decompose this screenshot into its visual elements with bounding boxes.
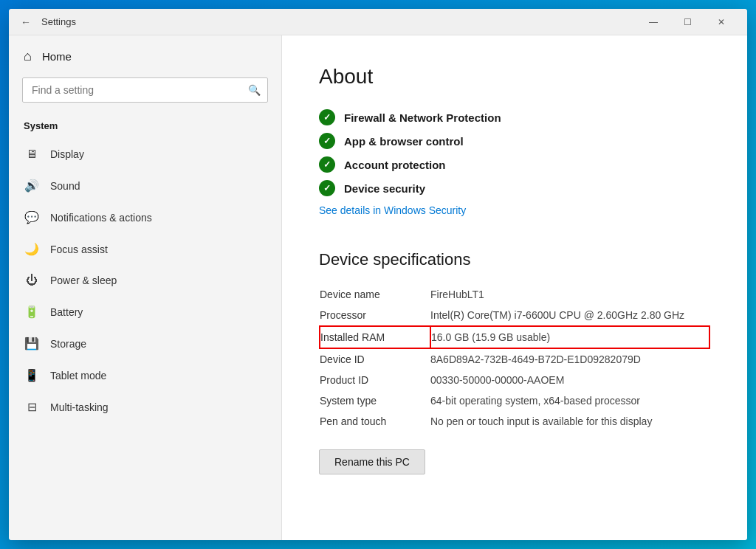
sidebar-item-battery[interactable]: 🔋 Battery	[9, 296, 281, 328]
spec-key: Device name	[320, 284, 430, 305]
storage-icon: 💾	[24, 336, 40, 351]
security-item-label: App & browser control	[344, 135, 464, 148]
notifications-label: Notifications & actions	[50, 212, 152, 224]
focus-icon: 🌙	[24, 242, 40, 256]
spec-key: Processor	[320, 305, 430, 326]
spec-value: 64-bit operating system, x64-based proce…	[430, 390, 709, 411]
multitasking-icon: ⊟	[24, 400, 40, 414]
display-icon: 🖥	[24, 148, 40, 161]
nav-items: 🖥 Display 🔊 Sound 💬 Notifications & acti…	[9, 139, 281, 423]
table-row: Pen and touch No pen or touch input is a…	[320, 411, 709, 432]
spec-key: System type	[320, 390, 430, 411]
sidebar-item-storage[interactable]: 💾 Storage	[9, 328, 281, 359]
display-label: Display	[50, 148, 84, 160]
spec-value: 8A6D89A2-732B-4649-B72D-E1D09282079D	[430, 348, 709, 370]
spec-value: 16.0 GB (15.9 GB usable)	[430, 326, 709, 348]
back-button[interactable]: ←	[18, 13, 34, 31]
spec-key: Installed RAM	[320, 326, 430, 348]
specs-title: Device specifications	[319, 250, 710, 269]
sidebar-item-display[interactable]: 🖥 Display	[9, 139, 281, 170]
security-item: ✓ Device security	[319, 180, 710, 196]
table-row: Installed RAM 16.0 GB (15.9 GB usable)	[320, 326, 709, 348]
specs-table: Device name FireHubLT1 Processor Intel(R…	[319, 284, 710, 432]
close-button[interactable]: ✕	[704, 9, 738, 35]
spec-key: Pen and touch	[320, 411, 430, 432]
security-item: ✓ App & browser control	[319, 133, 710, 149]
battery-icon: 🔋	[24, 305, 40, 319]
table-row: System type 64-bit operating system, x64…	[320, 390, 709, 411]
battery-label: Battery	[50, 306, 83, 318]
maximize-button[interactable]: ☐	[670, 9, 704, 35]
spec-value: No pen or touch input is available for t…	[430, 411, 709, 432]
spec-value: 00330-50000-00000-AAOEM	[430, 370, 709, 390]
sidebar-item-sound[interactable]: 🔊 Sound	[9, 170, 281, 201]
power-label: Power & sleep	[50, 274, 117, 286]
page-title: About	[319, 65, 710, 89]
settings-window: ← Settings — ☐ ✕ ⌂ Home 🔍 System 🖥 Displ…	[9, 9, 747, 540]
table-row: Device ID 8A6D89A2-732B-4649-B72D-E1D092…	[320, 348, 709, 370]
security-item-label: Account protection	[344, 159, 446, 171]
power-icon: ⏻	[24, 274, 40, 287]
home-label: Home	[42, 50, 72, 63]
security-item: ✓ Firewall & Network Protection	[319, 109, 710, 125]
main-content: About ✓ Firewall & Network Protection ✓ …	[282, 35, 747, 540]
rename-pc-button[interactable]: Rename this PC	[319, 449, 425, 474]
sound-label: Sound	[50, 180, 80, 192]
titlebar: ← Settings — ☐ ✕	[9, 9, 747, 35]
check-icon: ✓	[319, 156, 335, 173]
check-icon: ✓	[319, 180, 335, 196]
spec-value: FireHubLT1	[430, 284, 709, 305]
security-item: ✓ Account protection	[319, 156, 710, 173]
spec-key: Device ID	[320, 348, 430, 370]
table-row: Device name FireHubLT1	[320, 284, 709, 305]
minimize-button[interactable]: —	[636, 9, 670, 35]
security-item-label: Device security	[344, 182, 425, 195]
search-input[interactable]	[22, 77, 268, 103]
home-button[interactable]: ⌂ Home	[9, 35, 281, 77]
table-row: Processor Intel(R) Core(TM) i7-6600U CPU…	[320, 305, 709, 326]
section-label: System	[9, 114, 281, 139]
sidebar-item-tablet[interactable]: 📱 Tablet mode	[9, 359, 281, 391]
home-icon: ⌂	[24, 49, 32, 64]
window-title: Settings	[41, 16, 636, 27]
spec-value: Intel(R) Core(TM) i7-6600U CPU @ 2.60GHz…	[430, 305, 709, 326]
check-icon: ✓	[319, 133, 335, 149]
security-list: ✓ Firewall & Network Protection ✓ App & …	[319, 109, 710, 196]
check-icon: ✓	[319, 109, 335, 125]
search-box: 🔍	[22, 77, 268, 103]
focus-label: Focus assist	[50, 244, 108, 255]
sidebar-item-notifications[interactable]: 💬 Notifications & actions	[9, 201, 281, 233]
tablet-icon: 📱	[24, 368, 40, 382]
sound-icon: 🔊	[24, 179, 40, 193]
window-controls: — ☐ ✕	[636, 9, 738, 35]
security-item-label: Firewall & Network Protection	[344, 111, 501, 124]
spec-key: Product ID	[320, 370, 430, 390]
notifications-icon: 💬	[24, 210, 40, 224]
storage-label: Storage	[50, 338, 86, 350]
tablet-label: Tablet mode	[50, 370, 106, 381]
multitasking-label: Multi-tasking	[50, 401, 109, 413]
sidebar-item-focus[interactable]: 🌙 Focus assist	[9, 233, 281, 265]
sidebar-item-multitasking[interactable]: ⊟ Multi-tasking	[9, 391, 281, 423]
see-details-link[interactable]: See details in Windows Security	[319, 204, 466, 216]
table-row: Product ID 00330-50000-00000-AAOEM	[320, 370, 709, 390]
sidebar-item-power[interactable]: ⏻ Power & sleep	[9, 265, 281, 296]
content-area: ⌂ Home 🔍 System 🖥 Display 🔊 Sound 💬 Noti…	[9, 35, 747, 540]
sidebar: ⌂ Home 🔍 System 🖥 Display 🔊 Sound 💬 Noti…	[9, 35, 282, 540]
